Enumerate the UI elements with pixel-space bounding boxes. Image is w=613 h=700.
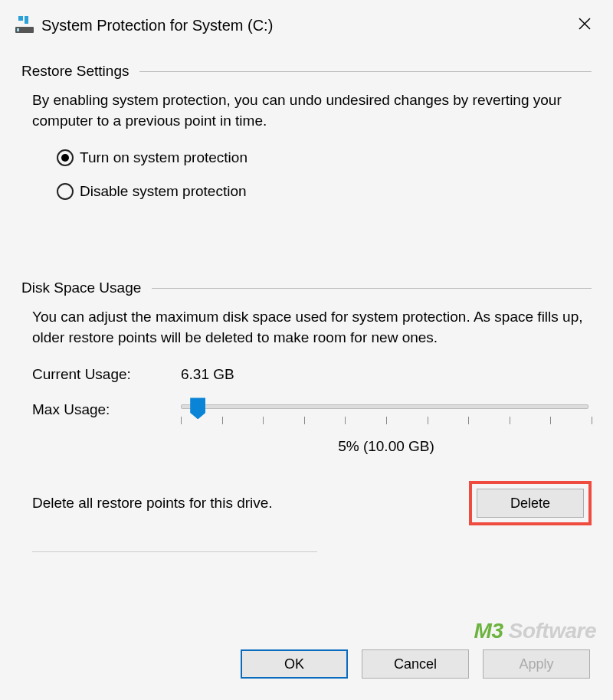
title-bar: System Protection for System (C:) xyxy=(0,0,613,46)
current-usage-label: Current Usage: xyxy=(32,366,181,383)
watermark-suffix: Software xyxy=(503,619,596,643)
slider-thumb[interactable] xyxy=(190,397,205,419)
current-usage-row: Current Usage: 6.31 GB xyxy=(32,366,592,383)
close-icon xyxy=(578,17,592,31)
max-usage-label: Max Usage: xyxy=(32,401,181,418)
bottom-separator xyxy=(32,551,317,552)
radio-icon xyxy=(57,183,74,200)
watermark-prefix: M3 xyxy=(474,619,503,643)
ok-button[interactable]: OK xyxy=(241,649,348,679)
disk-section-body: You can adjust the maximum disk space us… xyxy=(21,307,592,552)
restore-description: By enabling system protection, you can u… xyxy=(32,90,592,131)
disk-section-header: Disk Space Usage xyxy=(21,280,592,296)
dialog-content: Restore Settings By enabling system prot… xyxy=(0,63,613,552)
section-divider xyxy=(152,288,592,289)
radio-icon xyxy=(57,149,74,166)
restore-section-header: Restore Settings xyxy=(21,63,592,80)
dialog-button-bar: OK Cancel Apply xyxy=(241,649,590,679)
slider-track xyxy=(181,404,588,409)
cancel-button[interactable]: Cancel xyxy=(362,649,469,679)
max-usage-slider[interactable]: 5% (10.00 GB) xyxy=(181,401,592,455)
radio-disable-label: Disable system protection xyxy=(80,183,247,200)
delete-description: Delete all restore points for this drive… xyxy=(32,495,273,512)
apply-button[interactable]: Apply xyxy=(483,649,590,679)
delete-button[interactable]: Delete xyxy=(477,489,584,518)
radio-disable[interactable]: Disable system protection xyxy=(57,183,592,200)
drive-icon xyxy=(15,16,34,34)
restore-section-label: Restore Settings xyxy=(21,63,129,80)
slider-value-text: 5% (10.00 GB) xyxy=(181,438,592,455)
watermark: M3 Software xyxy=(474,619,596,643)
radio-turn-on-label: Turn on system protection xyxy=(80,149,247,166)
radio-turn-on[interactable]: Turn on system protection xyxy=(57,149,592,166)
disk-description: You can adjust the maximum disk space us… xyxy=(32,307,592,348)
current-usage-value: 6.31 GB xyxy=(181,366,234,383)
slider-ticks xyxy=(181,417,592,429)
restore-section-body: By enabling system protection, you can u… xyxy=(21,90,592,200)
disk-section-label: Disk Space Usage xyxy=(21,280,141,296)
max-usage-row: Max Usage: 5% (10.00 GB) xyxy=(32,401,592,455)
title-bar-left: System Protection for System (C:) xyxy=(15,16,273,34)
dialog-title: System Protection for System (C:) xyxy=(41,17,273,34)
close-button[interactable] xyxy=(573,14,596,37)
section-divider xyxy=(139,71,592,72)
delete-highlight-box: Delete xyxy=(469,481,592,525)
delete-row: Delete all restore points for this drive… xyxy=(32,481,592,525)
